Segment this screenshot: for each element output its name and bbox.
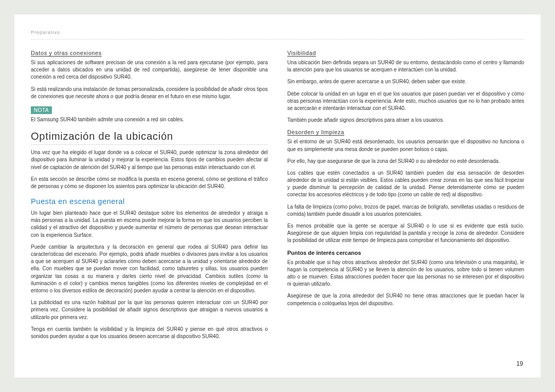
document-page: Preparativo Datos y otras conexiones Si … [14,14,541,378]
heading-optimizacion: Optimización de la ubicación [31,130,268,142]
paragraph: Si está realizando una instalación de to… [31,86,268,100]
paragraph: Una ubicación bien definida separa un SU… [287,59,524,73]
paragraph: Si el entorno de un SUR40 está desordena… [287,138,524,153]
paragraph: Es probable que si hay otros atractivos … [287,259,524,288]
section-header: Preparativo [31,30,524,40]
heading-visibilidad: Visibilidad [287,50,524,56]
paragraph: Sin embargo, antes de querer acercarse a… [287,78,524,85]
page-number: 19 [516,360,523,367]
note-badge: NOTA [31,106,52,114]
content-columns: Datos y otras conexiones Si sus aplicaci… [31,49,524,345]
heading-puesta: Puesta en escena general [31,197,268,206]
paragraph: Debe colocar la unidad en un lugar en el… [287,90,524,113]
paragraph: Asegúrese de que la zona alrededor del S… [287,292,524,307]
paragraph: En esta sección se describe cómo se modi… [31,176,268,190]
right-column: Visibilidad Una ubicación bien definida … [287,49,524,345]
paragraph: Tenga en cuenta también la visibilidad y… [31,326,268,340]
paragraph: Es menos probable que la gente se acerqu… [287,222,524,245]
paragraph: Por ello, hay que asegurarse de que la z… [287,158,524,165]
paragraph: Si sus aplicaciones de software precisan… [31,59,268,81]
paragraph: Puede cambiar la arquitectura y la decor… [31,244,268,294]
paragraph: Una vez que ha elegido el lugar donde va… [31,149,268,171]
heading-puntos: Puntos de interés cercanos [287,250,524,256]
heading-desorden: Desorden y limpieza [287,129,524,135]
paragraph: También puede añadir signos descriptivos… [287,117,524,124]
paragraph: Los cables que estén conectados a un SUR… [287,170,524,199]
left-column: Datos y otras conexiones Si sus aplicaci… [31,49,268,345]
heading-datos: Datos y otras conexiones [31,50,268,56]
paragraph: Un lugar bien planteado hace que el SUR4… [31,210,268,239]
paragraph: La publicidad es una razón habitual por … [31,299,268,321]
paragraph: La falta de limpieza (como polvo, trozos… [287,203,524,218]
divider [31,144,268,145]
note-text: El Samsung SUR40 también admite una cone… [31,116,268,123]
